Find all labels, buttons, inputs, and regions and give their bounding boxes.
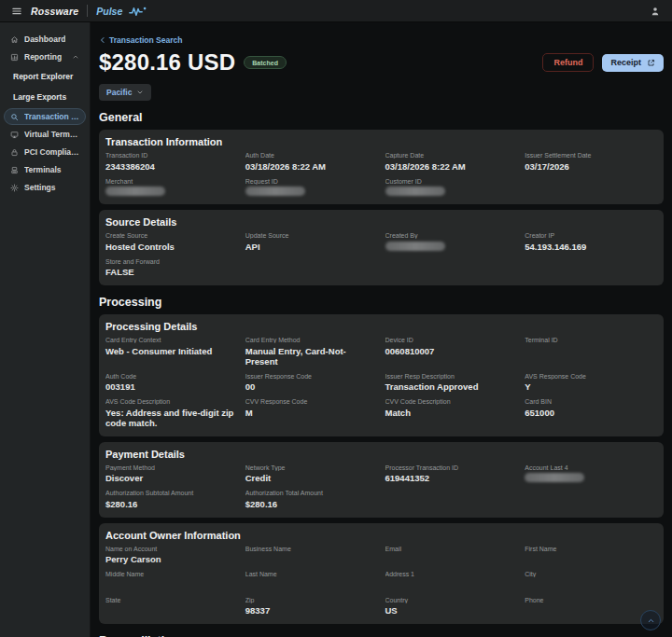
field-value: 2343386204 — [105, 161, 238, 172]
back-chevron-icon — [99, 36, 106, 44]
field-avs-response-code: AVS Response CodeY — [525, 373, 657, 393]
field-creator-ip: Creator IP54.193.146.169 — [525, 232, 657, 252]
card-transaction-information: Transaction InformationTransaction ID234… — [99, 130, 664, 204]
field-network-type: Network TypeCredit — [245, 464, 378, 484]
field-card-entry-method: Card Entry MethodManual Entry, Card-Not-… — [245, 337, 378, 367]
field-created-by: Created By — [385, 232, 518, 252]
field-label: CVV Code Description — [385, 398, 518, 405]
field-value: US — [385, 605, 518, 616]
field-label: Middle Name — [105, 571, 238, 577]
field-name-on-account: Name on AccountPerry Carson — [105, 546, 238, 565]
card-processing-details: Processing DetailsCard Entry ContextWeb … — [99, 314, 664, 436]
sidebar-item-label: Reporting — [24, 52, 62, 62]
field-value: Yes: Address and five-digit zip code mat… — [105, 408, 238, 428]
field-label: Created By — [385, 232, 518, 239]
field-device-id: Device ID0060810007 — [385, 337, 518, 367]
field-cvv-response-code: CVV Response CodeM — [245, 398, 378, 428]
top-bar: Rossware Pulse — [0, 0, 672, 22]
field-business-name: Business Name — [245, 546, 378, 565]
field-cvv-code-description: CVV Code DescriptionMatch — [385, 398, 518, 428]
field-value — [525, 346, 657, 356]
field-value — [525, 605, 657, 616]
field-value: 54.193.146.169 — [525, 242, 657, 252]
field-value: Web - Consumer Initiated — [105, 346, 238, 356]
sidebar-item-settings[interactable]: Settings — [4, 179, 86, 196]
field-label: Card Entry Context — [105, 337, 238, 343]
timezone-dropdown[interactable]: Pacific — [99, 84, 151, 101]
section-title-general: General — [99, 111, 664, 124]
field-value: 03/18/2026 8:22 AM — [245, 161, 378, 172]
field-update-source: Update SourceAPI — [245, 232, 378, 252]
field-label: Authorization Total Amount — [245, 490, 378, 496]
back-link-label: Transaction Search — [109, 35, 182, 45]
field-grid: Payment MethodDiscoverNetwork TypeCredit… — [105, 464, 657, 509]
sidebar-item-terminals[interactable]: Terminals — [4, 161, 86, 178]
receipt-button[interactable]: Receipt — [602, 54, 664, 72]
sidebar-item-large-exports[interactable]: Large Exports — [3, 87, 87, 107]
field-label: Device ID — [385, 337, 518, 343]
transaction-amount: $280.16 USD — [99, 49, 235, 76]
field-value: $280.16 — [105, 499, 238, 509]
external-link-icon — [647, 59, 655, 67]
field-label: Update Source — [245, 232, 378, 239]
field-value — [525, 580, 657, 590]
sidebar-item-pci-compliance[interactable]: PCI Compliance — [4, 144, 86, 160]
menu-button[interactable] — [9, 4, 24, 19]
field-label: Phone — [525, 597, 657, 603]
user-menu-button[interactable] — [648, 4, 663, 19]
card-account-owner-information: Account Owner InformationName on Account… — [99, 523, 664, 625]
field-value — [385, 554, 518, 564]
refund-button[interactable]: Refund — [542, 53, 594, 72]
user-icon — [650, 6, 661, 17]
field-label: Auth Date — [245, 152, 378, 159]
sidebar-item-report-explorer[interactable]: Report Explorer — [3, 66, 87, 87]
field-label: Address 1 — [385, 571, 518, 577]
sidebar-item-virtual-terminal[interactable]: Virtual Terminal — [4, 126, 86, 143]
field-label: CVV Response Code — [245, 398, 378, 405]
field-value: 00 — [245, 381, 378, 392]
field-label: City — [525, 571, 657, 577]
field-label: AVS Code Description — [105, 398, 238, 405]
field-authorization-total-amount: Authorization Total Amount$280.16 — [245, 490, 378, 509]
field-label: Issuer Settlement Date — [525, 152, 657, 159]
field-value — [105, 580, 238, 590]
report-icon — [10, 53, 19, 62]
field-label: Capture Date — [385, 152, 518, 159]
product-logo: Pulse — [96, 6, 122, 17]
sidebar-item-label: Dashboard — [24, 35, 65, 44]
detail-sections: GeneralTransaction InformationTransactio… — [99, 111, 664, 637]
field-merchant: Merchant — [105, 178, 238, 197]
field-value: Transaction Approved — [385, 381, 518, 392]
lock-icon — [10, 148, 19, 157]
field-value: 03/18/2026 8:22 AM — [385, 161, 518, 172]
field-label: Terminal ID — [525, 337, 657, 343]
field-capture-date: Capture Date03/18/2026 8:22 AM — [385, 152, 518, 172]
sidebar-item-label: Terminals — [24, 165, 62, 174]
sidebar-item-label: PCI Compliance — [24, 147, 79, 157]
logo-divider — [87, 5, 88, 17]
field-request-id: Request ID — [245, 178, 378, 197]
field-grid: Transaction ID2343386204Auth Date03/18/2… — [105, 152, 657, 196]
field-value: Perry Carson — [105, 554, 238, 564]
field-value: Manual Entry, Card-Not-Present — [245, 346, 378, 367]
card-title: Account Owner Information — [105, 530, 657, 541]
field-label: Issuer Response Code — [245, 373, 378, 380]
field-label: Create Source — [105, 232, 238, 239]
field-customer-id: Customer ID — [385, 178, 518, 197]
field-value: 003191 — [105, 381, 238, 392]
field-last-name: Last Name — [245, 571, 378, 590]
sidebar-item-transaction-search[interactable]: Transaction Search — [4, 108, 86, 125]
field-authorization-subtotal-amount: Authorization Subtotal Amount$280.16 — [105, 490, 238, 509]
card-title: Processing Details — [105, 321, 657, 332]
field-label: Account Last 4 — [525, 464, 657, 471]
sidebar-item-dashboard[interactable]: Dashboard — [4, 31, 86, 48]
field-issuer-settlement-date: Issuer Settlement Date03/17/2026 — [525, 152, 657, 172]
card-payment-details: Payment DetailsPayment MethodDiscoverNet… — [99, 442, 664, 518]
field-label: Name on Account — [105, 546, 238, 552]
search-icon — [10, 113, 19, 121]
sidebar-item-reporting[interactable]: Reporting — [4, 48, 86, 65]
field-label: Authorization Subtotal Amount — [105, 490, 238, 496]
back-link[interactable]: Transaction Search — [99, 35, 182, 45]
scroll-to-top-button[interactable] — [640, 610, 661, 630]
field-label: Auth Code — [105, 373, 238, 380]
